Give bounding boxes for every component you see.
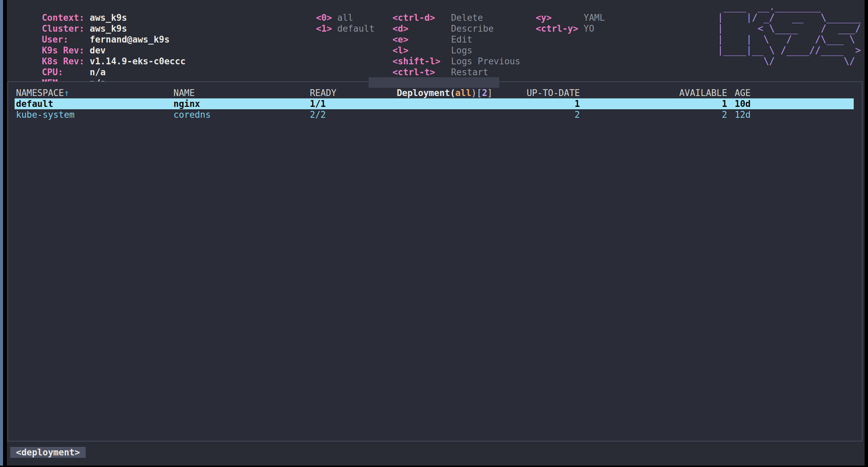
table-row-nginx[interactable]: default nginx 1/1 1 1 10d	[15, 98, 854, 109]
window-edge-left	[0, 0, 3, 467]
hotkey-key: <1>	[316, 23, 337, 34]
logo-line: | | \ / /\___ \	[718, 34, 861, 45]
hotkey-label: all	[337, 13, 353, 23]
breadcrumb: <deployment>	[10, 447, 86, 458]
info-value: v1.14.9-eks-c0eccc	[90, 56, 186, 66]
logo-line: | < \____ / ___/	[718, 23, 861, 34]
table-row-coredns[interactable]: kube-system coredns 2/2 2 2 12d	[15, 109, 854, 120]
hotkey-key: <y>	[536, 12, 584, 23]
cell-up-to-date: 2	[419, 109, 580, 120]
window-edge-bottom	[0, 466, 868, 467]
hotkey-label: Edit	[451, 34, 472, 45]
resource-table-frame	[7, 81, 863, 441]
k9s-logo: ____ __.________ | |/ _/ __ \______ | < …	[718, 1, 861, 67]
breadcrumb-deployment: <deployment>	[10, 447, 86, 458]
column-header-namespace: NAMESPACE↑	[16, 87, 173, 98]
cell-age: 12d	[727, 109, 854, 120]
hotkey-delete: <ctrl-d>Delete	[361, 1, 520, 12]
info-label: User:	[42, 34, 90, 45]
hotkeys-actions: <ctrl-d>Delete <d>Describe <e>Edit <l>Lo…	[361, 1, 520, 78]
logo-line: ____ __.________	[718, 1, 861, 12]
logo-line: |____|__ \ /____//____ >	[718, 45, 861, 56]
hotkey-key: <0>	[316, 12, 337, 23]
info-value: aws_k9s	[90, 23, 127, 34]
info-label: K9s Rev:	[42, 45, 90, 56]
cell-name: nginx	[173, 98, 310, 109]
cell-namespace: kube-system	[16, 109, 173, 120]
hotkey-yaml: <y>YAML	[504, 1, 605, 12]
cell-up-to-date: 1	[419, 98, 580, 109]
info-row-context: Context:aws_k9s	[10, 1, 186, 12]
info-label: Context:	[42, 12, 90, 23]
hotkey-key: <l>	[393, 45, 451, 56]
hotkey-label: YAML	[584, 13, 605, 23]
resource-table-title: Deployment(all)[2]	[369, 77, 499, 88]
hotkeys-yaml: <y>YAML <ctrl-y>YO	[504, 1, 605, 23]
cell-age: 10d	[727, 98, 854, 109]
hotkey-label: Logs Previous	[451, 56, 520, 66]
hotkey-key: <ctrl-t>	[393, 67, 451, 78]
sort-arrow-icon: ↑	[64, 88, 69, 98]
k9s-terminal: Context:aws_k9s Cluster:aws_k9s User:fer…	[0, 0, 868, 467]
column-header-age: AGE	[727, 87, 854, 98]
window-edge-right	[865, 0, 868, 467]
hotkey-label: YO	[584, 23, 594, 34]
table-title-resource: Deployment	[397, 88, 450, 98]
info-value: n/a	[90, 67, 106, 77]
hotkey-label: Describe	[451, 23, 494, 34]
info-label: CPU:	[42, 67, 90, 78]
info-label: K8s Rev:	[42, 56, 90, 67]
hotkey-key: <ctrl-y>	[536, 23, 584, 34]
logo-line: \/ \/	[718, 56, 861, 67]
info-value: aws_k9s	[90, 13, 127, 23]
info-value: fernand@aws_k9s	[90, 34, 170, 45]
window-gutter-left	[3, 0, 7, 467]
hotkey-label: Restart	[451, 67, 488, 77]
info-label: Cluster:	[42, 23, 90, 34]
cell-ready: 1/1	[310, 98, 419, 109]
info-value: dev	[90, 45, 106, 55]
hotkey-label: Delete	[451, 13, 483, 23]
cell-available: 1	[580, 98, 727, 109]
logo-line: | |/ _/ __ \______	[718, 12, 861, 23]
table-title-paren-close: )	[471, 88, 477, 98]
table-title-bracket-close: ]	[487, 88, 493, 98]
table-title-paren-open: (	[450, 88, 455, 98]
table-title-bracket-open: [	[477, 88, 482, 98]
cell-ready: 2/2	[310, 109, 419, 120]
column-header-name: NAME	[173, 87, 310, 98]
cell-namespace: default	[16, 98, 173, 109]
hotkey-label: Logs	[451, 45, 472, 55]
cell-name: coredns	[173, 109, 310, 120]
cell-available: 2	[580, 109, 727, 120]
table-title-namespace: all	[455, 88, 471, 98]
column-header-available: AVAILABLE	[580, 87, 727, 98]
table-title-count: 2	[482, 88, 487, 98]
hotkey-key: <ctrl-d>	[393, 12, 451, 23]
hotkey-key: <d>	[393, 23, 451, 34]
hotkey-key: <e>	[393, 34, 451, 45]
hotkey-key: <shift-l>	[393, 56, 451, 67]
cluster-info-panel: Context:aws_k9s Cluster:aws_k9s User:fer…	[10, 1, 186, 78]
